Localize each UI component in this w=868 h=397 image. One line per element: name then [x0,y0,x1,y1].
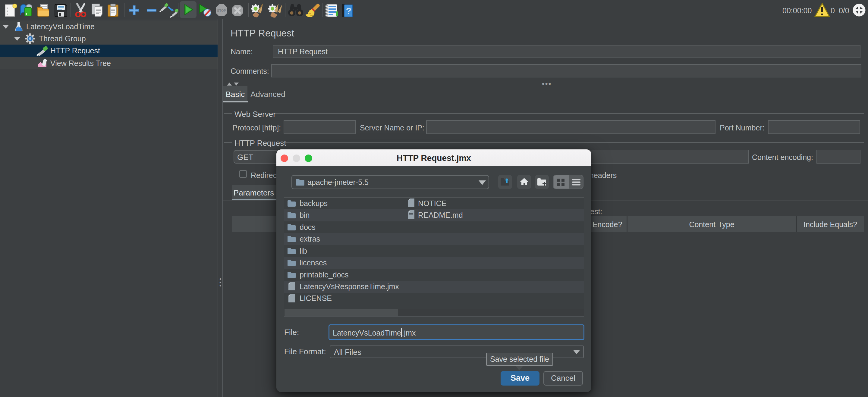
svg-text:?: ? [346,6,351,16]
svg-text:STOP: STOP [217,9,226,12]
